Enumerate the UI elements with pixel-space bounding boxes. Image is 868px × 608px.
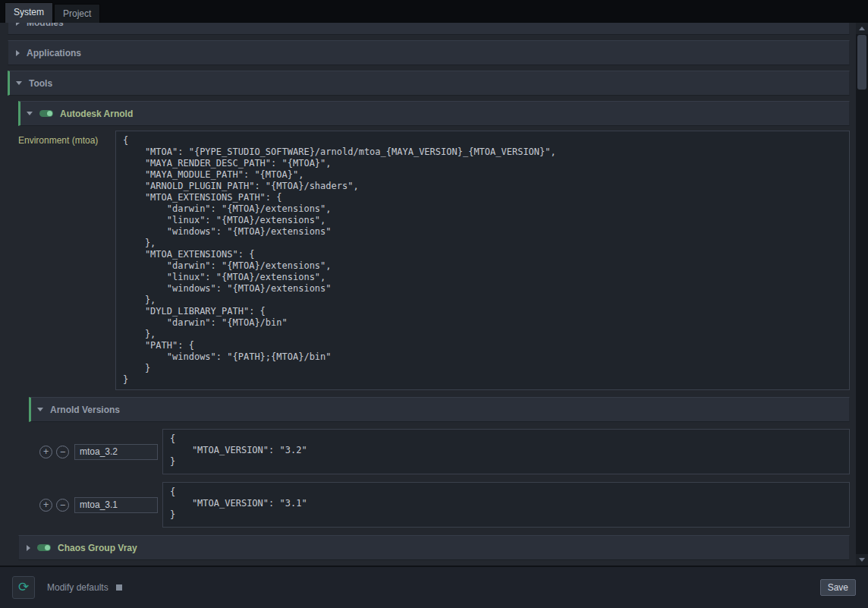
- section-applications-label: Applications: [27, 48, 81, 58]
- save-button[interactable]: Save: [820, 579, 856, 596]
- version-value-textarea[interactable]: { "MTOA_VERSION": "3.1" }: [162, 482, 850, 528]
- vertical-scrollbar[interactable]: [856, 23, 868, 565]
- section-chaos-group-vray-label: Chaos Group Vray: [58, 543, 137, 553]
- scrollbar-thumb[interactable]: [857, 35, 866, 90]
- environment-row: Environment (mtoa) { "MTOA": "{PYPE_STUD…: [18, 131, 850, 390]
- version-value-textarea[interactable]: { "MTOA_VERSION": "3.2" }: [162, 429, 850, 474]
- environment-textarea[interactable]: { "MTOA": "{PYPE_STUDIO_SOFTWARE}/arnold…: [115, 131, 850, 390]
- remove-version-button[interactable]: −: [56, 446, 69, 458]
- modify-defaults-label: Modify defaults: [47, 582, 108, 593]
- section-tools[interactable]: Tools: [8, 71, 850, 96]
- section-arnold-versions-label: Arnold Versions: [50, 405, 120, 415]
- environment-label: Environment (mtoa): [18, 131, 111, 146]
- settings-scroll-area: Modules Applications Tools Autodesk Arno…: [0, 23, 856, 565]
- version-key-input[interactable]: [74, 444, 158, 460]
- section-autodesk-arnold-label: Autodesk Arnold: [60, 109, 133, 119]
- arnold-section-body: Arnold Versions: [29, 397, 850, 422]
- scroll-up-button[interactable]: [856, 23, 868, 34]
- tools-section-body: Autodesk Arnold Environment (mtoa) { "MT…: [18, 101, 850, 560]
- settings-window: System Project Modules Applications Tool…: [0, 0, 868, 608]
- version-row: + − { "MTOA_VERSION": "3.1" }: [39, 482, 850, 528]
- arrow-up-icon: [859, 27, 865, 30]
- add-version-button[interactable]: +: [39, 499, 52, 512]
- vray-enabled-toggle[interactable]: [37, 544, 51, 551]
- section-modules[interactable]: Modules: [8, 23, 850, 35]
- chevron-down-icon: [37, 408, 43, 411]
- tab-bar: System Project: [0, 0, 868, 23]
- arrow-down-icon: [859, 558, 865, 562]
- chevron-right-icon: [16, 23, 20, 26]
- refresh-icon: ⟳: [18, 580, 29, 594]
- tab-project[interactable]: Project: [54, 4, 100, 23]
- section-chaos-group-vray[interactable]: Chaos Group Vray: [18, 535, 850, 560]
- chevron-down-icon: [16, 81, 22, 85]
- refresh-button[interactable]: ⟳: [12, 576, 35, 599]
- section-modules-label: Modules: [27, 23, 64, 28]
- scroll-down-button[interactable]: [856, 554, 868, 565]
- tab-system[interactable]: System: [5, 2, 53, 23]
- chevron-down-icon: [27, 112, 33, 115]
- section-arnold-versions[interactable]: Arnold Versions: [29, 397, 850, 422]
- section-applications[interactable]: Applications: [8, 40, 850, 65]
- footer-bar: ⟳ Modify defaults Save: [0, 565, 868, 608]
- add-version-button[interactable]: +: [39, 446, 52, 458]
- chevron-right-icon: [27, 545, 30, 551]
- remove-version-button[interactable]: −: [56, 499, 69, 512]
- chevron-right-icon: [16, 50, 20, 56]
- section-tools-label: Tools: [29, 78, 52, 89]
- version-key-input[interactable]: [74, 497, 158, 513]
- section-autodesk-arnold[interactable]: Autodesk Arnold: [18, 101, 850, 126]
- modify-defaults-checkbox[interactable]: [116, 584, 122, 591]
- arnold-versions-list: + − { "MTOA_VERSION": "3.2" } + − { "MTO…: [39, 429, 850, 528]
- version-row: + − { "MTOA_VERSION": "3.2" }: [39, 429, 850, 474]
- arnold-enabled-toggle[interactable]: [39, 110, 53, 117]
